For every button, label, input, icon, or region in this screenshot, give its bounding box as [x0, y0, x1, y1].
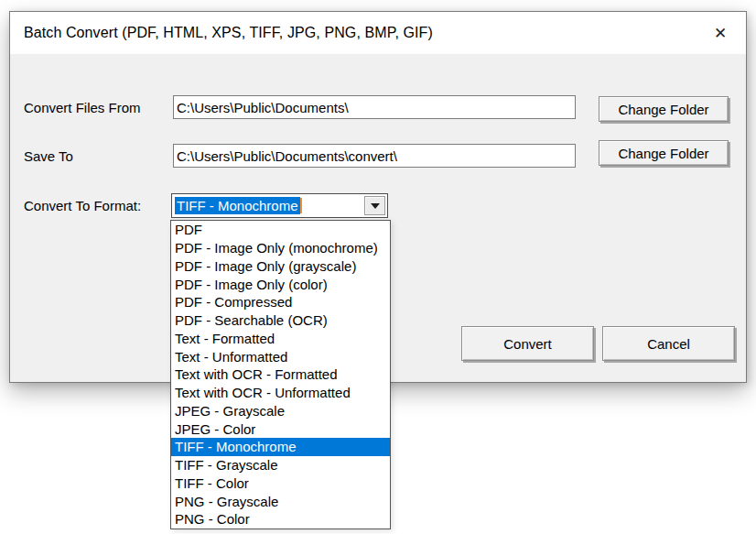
title-bar: Batch Convert (PDF, HTML, XPS, TIFF, JPG… [10, 12, 746, 54]
dropdown-item[interactable]: PDF - Searchable (OCR) [171, 311, 390, 330]
dropdown-item[interactable]: TIFF - Grayscale [171, 456, 390, 474]
combobox-dropdown-button[interactable] [364, 196, 385, 215]
dropdown-item[interactable]: PNG - Color [171, 510, 390, 529]
dropdown-item[interactable]: JPEG - Color [171, 420, 390, 438]
close-button[interactable]: ✕ [702, 16, 739, 50]
change-folder-save-button[interactable]: Change Folder [599, 140, 729, 166]
combobox-value-area: TIFF - Monochrome [175, 197, 362, 214]
dropdown-item[interactable]: Text - Formatted [171, 330, 390, 348]
dropdown-item[interactable]: Text - Unformatted [171, 347, 390, 365]
dropdown-item[interactable]: PDF [171, 221, 390, 239]
dropdown-item[interactable]: TIFF - Monochrome [171, 438, 390, 456]
text-cursor [300, 198, 302, 213]
convert-from-input[interactable] [173, 95, 576, 119]
dropdown-item[interactable]: PDF - Image Only (monochrome) [171, 239, 390, 257]
format-selected-value: TIFF - Monochrome [175, 197, 300, 214]
dialog-title: Batch Convert (PDF, HTML, XPS, TIFF, JPG… [24, 25, 433, 41]
cancel-button[interactable]: Cancel [602, 326, 735, 361]
close-icon: ✕ [714, 24, 727, 43]
chevron-down-icon [371, 203, 380, 209]
dropdown-item[interactable]: PDF - Image Only (grayscale) [171, 257, 390, 276]
format-label: Convert To Format: [24, 193, 141, 217]
dropdown-item[interactable]: Text with OCR - Unformatted [171, 384, 390, 402]
convert-button[interactable]: Convert [461, 326, 594, 361]
dropdown-item[interactable]: JPEG - Grayscale [171, 402, 390, 420]
convert-from-label: Convert Files From [24, 95, 141, 119]
dropdown-item[interactable]: TIFF - Color [171, 474, 390, 493]
format-combobox[interactable]: TIFF - Monochrome [171, 193, 388, 218]
save-to-input[interactable] [173, 144, 576, 168]
dropdown-item[interactable]: PNG - Grayscale [171, 492, 390, 510]
change-folder-from-button[interactable]: Change Folder [599, 96, 729, 122]
dropdown-item[interactable]: PDF - Image Only (color) [171, 275, 390, 293]
format-dropdown-list: PDFPDF - Image Only (monochrome)PDF - Im… [170, 220, 391, 529]
dropdown-item[interactable]: PDF - Compressed [171, 293, 390, 311]
save-to-label: Save To [24, 144, 73, 168]
dropdown-item[interactable]: Text with OCR - Formatted [171, 365, 390, 384]
